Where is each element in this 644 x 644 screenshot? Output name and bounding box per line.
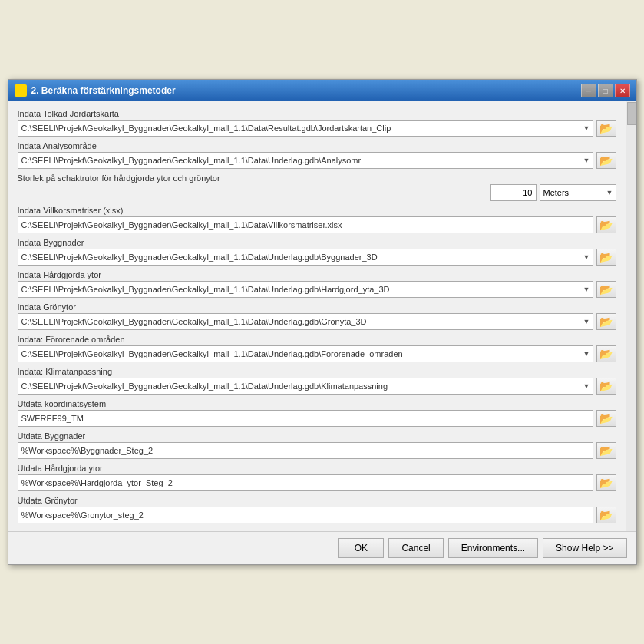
indata-analysomrade-select[interactable]: C:\SEELI\Projekt\Geokalkyl_Byggnader\Geo… bbox=[18, 152, 593, 169]
cancel-button[interactable]: Cancel bbox=[388, 538, 443, 558]
storlek-unit-wrapper[interactable]: Meters Feet Kilometers Miles bbox=[540, 184, 616, 201]
indata-analysomrade-label: Indata Analysområde bbox=[18, 141, 616, 150]
storlek-input[interactable] bbox=[490, 184, 537, 201]
indata-villkorsmatriser-row: 📂 bbox=[18, 216, 616, 233]
indata-byggnader-row: C:\SEELI\Projekt\Geokalkyl_Byggnader\Geo… bbox=[18, 249, 616, 266]
indata-byggnader-label: Indata Byggnader bbox=[18, 238, 616, 247]
indata-fororenade-group: Indata: Förorenade områden C:\SEELI\Proj… bbox=[18, 335, 616, 362]
title-bar-left: 2. Beräkna förstärkningsmetoder bbox=[15, 84, 176, 97]
utdata-gronytor-label: Utdata Grönytor bbox=[18, 496, 616, 505]
app-icon bbox=[15, 84, 27, 97]
environments-button[interactable]: Environments... bbox=[448, 538, 538, 558]
indata-klimat-dropdown-wrapper[interactable]: C:\SEELI\Projekt\Geokalkyl_Byggnader\Geo… bbox=[18, 378, 593, 395]
indata-gronytor-browse[interactable]: 📂 bbox=[596, 313, 616, 330]
indata-hardgjorda-label: Indata Hårdgjorda ytor bbox=[18, 270, 616, 279]
utdata-byggnader-group: Utdata Byggnader 📂 bbox=[18, 431, 616, 459]
utdata-hardgjorda-input[interactable] bbox=[18, 474, 593, 491]
indata-tolkad-group: Indata Tolkad Jordartskarta C:\SEELI\Pro… bbox=[18, 109, 616, 137]
utdata-koord-label: Utdata koordinatsystem bbox=[18, 399, 616, 408]
utdata-hardgjorda-group: Utdata Hårdgjorda ytor 📂 bbox=[18, 464, 616, 491]
footer: OK Cancel Environments... Show Help >> bbox=[8, 531, 636, 564]
maximize-button[interactable]: □ bbox=[598, 84, 613, 97]
storlek-row: Meters Feet Kilometers Miles bbox=[18, 184, 616, 201]
indata-analysomrade-row: C:\SEELI\Projekt\Geokalkyl_Byggnader\Geo… bbox=[18, 152, 616, 169]
indata-fororenade-label: Indata: Förorenade områden bbox=[18, 335, 616, 344]
indata-villkorsmatriser-group: Indata Villkorsmatriser (xlsx) 📂 bbox=[18, 206, 616, 233]
indata-analysomrade-dropdown-wrapper[interactable]: C:\SEELI\Projekt\Geokalkyl_Byggnader\Geo… bbox=[18, 152, 593, 169]
indata-fororenade-select[interactable]: C:\SEELI\Projekt\Geokalkyl_Byggnader\Geo… bbox=[18, 345, 593, 362]
indata-gronytor-dropdown-wrapper[interactable]: C:\SEELI\Projekt\Geokalkyl_Byggnader\Geo… bbox=[18, 313, 593, 330]
utdata-gronytor-row: 📂 bbox=[18, 507, 616, 523]
indata-byggnader-select[interactable]: C:\SEELI\Projekt\Geokalkyl_Byggnader\Geo… bbox=[18, 249, 593, 266]
indata-klimat-select[interactable]: C:\SEELI\Projekt\Geokalkyl_Byggnader\Geo… bbox=[18, 378, 593, 395]
indata-tolkad-row: C:\SEELI\Projekt\Geokalkyl_Byggnader\Geo… bbox=[18, 120, 616, 137]
scrollbar-thumb[interactable] bbox=[627, 102, 636, 125]
indata-hardgjorda-browse[interactable]: 📂 bbox=[596, 281, 616, 298]
indata-fororenade-row: C:\SEELI\Projekt\Geokalkyl_Byggnader\Geo… bbox=[18, 345, 616, 362]
main-area: Indata Tolkad Jordartskarta C:\SEELI\Pro… bbox=[8, 101, 636, 531]
indata-tolkad-select[interactable]: C:\SEELI\Projekt\Geokalkyl_Byggnader\Geo… bbox=[18, 120, 593, 137]
storlek-unit-select[interactable]: Meters Feet Kilometers Miles bbox=[540, 184, 616, 201]
utdata-byggnader-browse[interactable]: 📂 bbox=[596, 442, 616, 459]
utdata-gronytor-input[interactable] bbox=[18, 507, 593, 523]
utdata-byggnader-input[interactable] bbox=[18, 442, 593, 459]
indata-hardgjorda-row: C:\SEELI\Projekt\Geokalkyl_Byggnader\Geo… bbox=[18, 281, 616, 298]
indata-klimat-label: Indata: Klimatanpassning bbox=[18, 367, 616, 376]
main-window: 2. Beräkna förstärkningsmetoder ─ □ ✕ In… bbox=[8, 79, 637, 565]
indata-hardgjorda-group: Indata Hårdgjorda ytor C:\SEELI\Projekt\… bbox=[18, 270, 616, 298]
title-bar-buttons: ─ □ ✕ bbox=[581, 84, 630, 97]
indata-klimat-row: C:\SEELI\Projekt\Geokalkyl_Byggnader\Geo… bbox=[18, 378, 616, 395]
window-title: 2. Beräkna förstärkningsmetoder bbox=[31, 85, 176, 96]
indata-villkorsmatriser-label: Indata Villkorsmatriser (xlsx) bbox=[18, 206, 616, 215]
indata-fororenade-dropdown-wrapper[interactable]: C:\SEELI\Projekt\Geokalkyl_Byggnader\Geo… bbox=[18, 345, 593, 362]
utdata-koord-row: 📂 bbox=[18, 410, 616, 427]
storlek-label: Storlek på schaktrutor för hårdgjorda yt… bbox=[18, 173, 616, 183]
indata-gronytor-select[interactable]: C:\SEELI\Projekt\Geokalkyl_Byggnader\Geo… bbox=[18, 313, 593, 330]
utdata-koord-group: Utdata koordinatsystem 📂 bbox=[18, 399, 616, 427]
title-bar: 2. Beräkna förstärkningsmetoder ─ □ ✕ bbox=[8, 80, 636, 101]
indata-byggnader-browse[interactable]: 📂 bbox=[596, 249, 616, 266]
indata-villkorsmatriser-input[interactable] bbox=[18, 216, 593, 233]
indata-gronytor-row: C:\SEELI\Projekt\Geokalkyl_Byggnader\Geo… bbox=[18, 313, 616, 330]
indata-gronytor-label: Indata Grönytor bbox=[18, 302, 616, 312]
indata-analysomrade-group: Indata Analysområde C:\SEELI\Projekt\Geo… bbox=[18, 141, 616, 169]
utdata-hardgjorda-row: 📂 bbox=[18, 474, 616, 491]
utdata-byggnader-row: 📂 bbox=[18, 442, 616, 459]
ok-button[interactable]: OK bbox=[338, 538, 384, 558]
indata-fororenade-browse[interactable]: 📂 bbox=[596, 345, 616, 362]
indata-klimat-browse[interactable]: 📂 bbox=[596, 378, 616, 395]
indata-byggnader-dropdown-wrapper[interactable]: C:\SEELI\Projekt\Geokalkyl_Byggnader\Geo… bbox=[18, 249, 593, 266]
close-button[interactable]: ✕ bbox=[615, 84, 630, 97]
indata-villkorsmatriser-browse[interactable]: 📂 bbox=[596, 216, 616, 233]
storlek-group: Storlek på schaktrutor för hårdgjorda yt… bbox=[18, 173, 616, 201]
indata-tolkad-label: Indata Tolkad Jordartskarta bbox=[18, 109, 616, 118]
utdata-byggnader-label: Utdata Byggnader bbox=[18, 431, 616, 441]
indata-analysomrade-browse[interactable]: 📂 bbox=[596, 152, 616, 169]
content-area: Indata Tolkad Jordartskarta C:\SEELI\Pro… bbox=[8, 101, 626, 531]
utdata-hardgjorda-browse[interactable]: 📂 bbox=[596, 474, 616, 491]
scrollbar[interactable] bbox=[626, 101, 636, 531]
indata-hardgjorda-select[interactable]: C:\SEELI\Projekt\Geokalkyl_Byggnader\Geo… bbox=[18, 281, 593, 298]
show-help-button[interactable]: Show Help >> bbox=[543, 538, 626, 558]
indata-hardgjorda-dropdown-wrapper[interactable]: C:\SEELI\Projekt\Geokalkyl_Byggnader\Geo… bbox=[18, 281, 593, 298]
utdata-koord-browse[interactable]: 📂 bbox=[596, 410, 616, 427]
indata-byggnader-group: Indata Byggnader C:\SEELI\Projekt\Geokal… bbox=[18, 238, 616, 266]
minimize-button[interactable]: ─ bbox=[581, 84, 596, 97]
indata-klimat-group: Indata: Klimatanpassning C:\SEELI\Projek… bbox=[18, 367, 616, 395]
utdata-gronytor-browse[interactable]: 📂 bbox=[596, 507, 616, 523]
indata-tolkad-browse[interactable]: 📂 bbox=[596, 120, 616, 137]
indata-tolkad-dropdown-wrapper[interactable]: C:\SEELI\Projekt\Geokalkyl_Byggnader\Geo… bbox=[18, 120, 593, 137]
utdata-hardgjorda-label: Utdata Hårdgjorda ytor bbox=[18, 464, 616, 473]
indata-gronytor-group: Indata Grönytor C:\SEELI\Projekt\Geokalk… bbox=[18, 302, 616, 330]
utdata-gronytor-group: Utdata Grönytor 📂 bbox=[18, 496, 616, 523]
utdata-koord-input[interactable] bbox=[18, 410, 593, 427]
